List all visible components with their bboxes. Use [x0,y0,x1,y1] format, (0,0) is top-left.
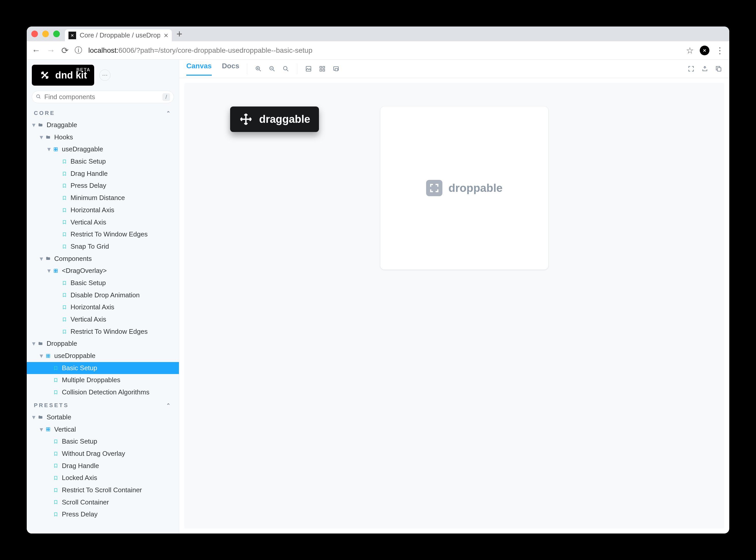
extension-icon[interactable] [700,46,709,55]
tree-item-minimum-distance[interactable]: Minimum Distance [27,192,179,204]
tree-item-sortable[interactable]: ▾Sortable [27,411,179,423]
back-button[interactable]: ← [32,45,40,55]
story-icon [53,451,59,456]
caret-icon: ▾ [39,254,43,264]
svg-rect-2 [56,148,58,149]
story-icon [53,500,59,505]
tree-item-draggable[interactable]: ▾Draggable [27,119,179,131]
tree-item-components[interactable]: ▾Components [27,253,179,265]
tree-item-locked-axis[interactable]: Locked Axis [27,472,179,484]
droppable-zone[interactable]: droppable [380,106,548,269]
collapse-icon[interactable]: ⌃ [166,110,172,116]
tree-item-label: Basic Setup [70,157,174,166]
fullscreen-icon[interactable] [688,65,695,72]
tree-item-label: useDraggable [62,144,174,154]
close-tab-icon[interactable]: × [164,31,168,40]
tree-item-restrict-to-window-edges[interactable]: Restrict To Window Edges [27,326,179,338]
section-head-presets[interactable]: PRESETS ⌃ [27,398,179,411]
tree-item-label: Basic Setup [62,437,174,446]
story-icon [53,512,59,517]
component-icon [46,427,52,432]
tree-item-snap-to-grid[interactable]: Snap To Grid [27,241,179,253]
tree-item-label: Drag Handle [62,461,174,471]
caret-icon: ▾ [47,266,51,276]
tree-item-basic-setup[interactable]: Basic Setup [27,362,179,374]
story-icon [62,293,68,298]
zoom-in-icon[interactable] [255,65,262,72]
tree-item-without-drag-overlay[interactable]: Without Drag Overlay [27,448,179,460]
story-icon [53,463,59,468]
tree-item-hooks[interactable]: ▾Hooks [27,131,179,143]
open-new-tab-icon[interactable] [701,65,708,72]
tree-item-restrict-to-window-edges[interactable]: Restrict To Window Edges [27,228,179,241]
copy-link-icon[interactable] [715,65,722,72]
svg-rect-11 [46,356,48,358]
svg-rect-15 [46,429,48,431]
tree-item-vertical-axis[interactable]: Vertical Axis [27,313,179,326]
svg-rect-7 [54,271,56,273]
tree-item-basic-setup[interactable]: Basic Setup [27,277,179,289]
main: Canvas Docs [179,60,729,534]
forward-button[interactable]: → [47,45,55,55]
tree-item-label: Basic Setup [62,363,174,373]
tree-item-label: Droppable [47,339,174,348]
tree-item-multiple-droppables[interactable]: Multiple Droppables [27,374,179,386]
tree-item-label: Restrict To Scroll Container [62,485,174,495]
tree-item-vertical[interactable]: ▾Vertical [27,423,179,436]
tree-item-drag-handle[interactable]: Drag Handle [27,168,179,180]
reload-button[interactable]: ⟳ [61,45,68,56]
new-tab-button[interactable]: + [176,28,182,40]
tab-docs[interactable]: Docs [222,62,239,76]
tree-item-press-delay[interactable]: Press Delay [27,180,179,192]
tree-item-collision-detection-algorithms[interactable]: Collision Detection Algorithms [27,386,179,398]
tree-item-label: Disable Drop Animation [70,291,174,300]
bookmark-icon[interactable]: ☆ [686,45,694,56]
caret-icon: ▾ [32,339,35,348]
browser-menu-icon[interactable]: ⋮ [716,45,724,56]
zoom-reset-icon[interactable] [282,65,289,72]
browser-tab[interactable]: Core / Droppable / useDroppal × [65,29,172,41]
component-icon [53,268,59,273]
background-icon[interactable] [305,65,312,72]
maximize-window-button[interactable] [53,31,60,37]
site-info-icon[interactable]: ⓘ [75,45,82,56]
tree-item-basic-setup[interactable]: Basic Setup [27,435,179,448]
tree-item-usedroppable[interactable]: ▾useDroppable [27,350,179,362]
sidebar-menu-button[interactable]: ⋯ [99,69,110,81]
close-window-button[interactable] [31,31,38,37]
tree-item-label: Drag Handle [70,169,174,179]
tree-item-disable-drop-animation[interactable]: Disable Drop Animation [27,289,179,301]
section-head-core[interactable]: CORE ⌃ [27,106,179,119]
draggable-item[interactable]: draggable [230,106,319,132]
tree-item-scroll-container[interactable]: Scroll Container [27,496,179,508]
url-path: /?path=/story/core-droppable-usedroppabl… [134,46,313,54]
url-port: 6006 [118,46,134,54]
tree-item-horizontal-axis[interactable]: Horizontal Axis [27,204,179,216]
zoom-out-icon[interactable] [269,65,276,72]
tree-item-restrict-to-scroll-container[interactable]: Restrict To Scroll Container [27,484,179,496]
tree-item-usedraggable[interactable]: ▾useDraggable [27,143,179,155]
grid-icon[interactable] [319,65,326,72]
viewport-icon[interactable] [332,65,340,72]
folder-icon [46,256,52,261]
search-input[interactable] [44,93,159,101]
search-input-wrap[interactable]: / [32,91,174,103]
tab-canvas[interactable]: Canvas [186,62,212,76]
toolbar-right: ☆ ⋮ [686,45,724,56]
tree-item-vertical-axis[interactable]: Vertical Axis [27,216,179,228]
collapse-icon[interactable]: ⌃ [166,402,172,408]
tree-item-drag-handle[interactable]: Drag Handle [27,460,179,472]
component-icon [46,353,52,358]
tree-item-press-delay[interactable]: Press Delay [27,508,179,521]
tree-item-droppable[interactable]: ▾Droppable [27,338,179,350]
tree-item-label: Vertical Axis [70,315,174,324]
tree-item-basic-setup[interactable]: Basic Setup [27,155,179,168]
logo[interactable]: dnd kit BETA [32,65,94,86]
story-icon [53,390,59,395]
tree-presets: ▾Sortable▾VerticalBasic SetupWithout Dra… [27,411,179,521]
minimize-window-button[interactable] [42,31,49,37]
tree-item-label: Hooks [54,133,174,142]
tree-item-horizontal-axis[interactable]: Horizontal Axis [27,301,179,313]
address-bar[interactable]: localhost:6006/?path=/story/core-droppab… [88,46,680,55]
tree-item--dragoverlay-[interactable]: ▾<DragOverlay> [27,265,179,277]
